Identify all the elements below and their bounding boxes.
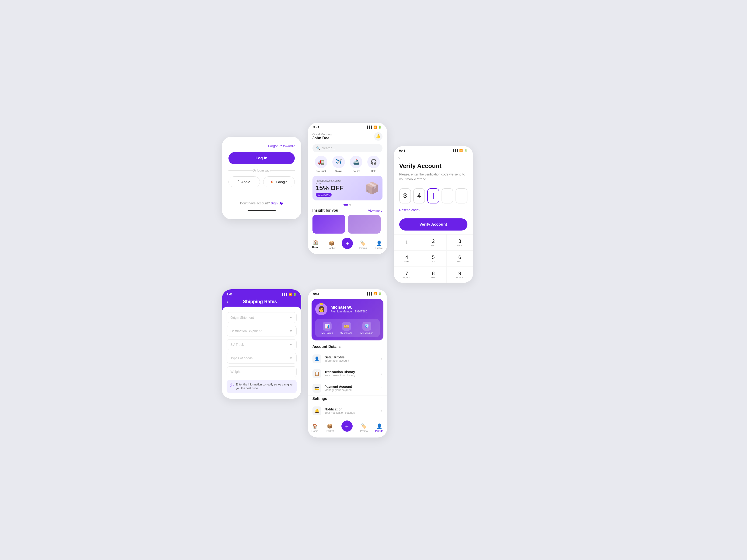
destination-shipment-dropdown[interactable]: Destination Shipment ▼ <box>227 326 297 336</box>
transaction-history-menu[interactable]: 📋 Transaction History Your transactioon … <box>308 366 387 381</box>
service-air[interactable]: ✈️ SV-Air <box>332 156 345 173</box>
sea-label: SV-Sea <box>352 170 360 173</box>
insight-card-2[interactable] <box>348 215 381 234</box>
otp-box-2[interactable]: 4 <box>413 188 425 203</box>
apple-login-button[interactable]:  Apple <box>229 176 260 187</box>
pnav-home[interactable]: 🏠 Home <box>312 423 318 432</box>
verify-account-button[interactable]: Verify Account <box>399 219 467 231</box>
user-name: John Doe <box>312 136 332 140</box>
transaction-icon: 📋 <box>312 369 321 378</box>
time: 9:41 <box>313 126 319 129</box>
promo-prefix: up to <box>316 182 344 184</box>
account-details-title: Account Details <box>308 344 387 352</box>
nav-promo[interactable]: 🏷️ Promo <box>357 240 369 250</box>
otp-box-5[interactable]: _ <box>456 188 467 203</box>
detail-profile-sub: Information account <box>325 359 378 362</box>
shipping-status-icons: ▐▐▐ 📶 🔋 <box>281 292 297 296</box>
profile-user-row: 👑 👩 Michael W. Premium Member | NG0T986 <box>315 303 380 315</box>
signup-link[interactable]: Sign Up <box>271 201 283 205</box>
google-icon: G <box>270 180 275 184</box>
forgot-password-link[interactable]: Forgot Password? <box>229 144 295 148</box>
promo-banner[interactable]: Packet Discount Coupon up to 15% OFF SV-… <box>312 176 383 201</box>
nav-home[interactable]: 🏠 Home <box>310 239 321 250</box>
insight-cards <box>308 215 387 237</box>
insight-header: Insight for you View more <box>308 208 387 212</box>
resend-code-link[interactable]: Resend code? <box>399 208 467 212</box>
service-help[interactable]: 🎧 Help <box>367 156 380 173</box>
battery-icon: 🔋 <box>378 126 382 129</box>
key-7[interactable]: 7PQRS <box>394 267 420 283</box>
back-button[interactable]: ‹ <box>394 152 473 160</box>
transaction-chevron-icon: › <box>381 372 382 376</box>
shipping-back-button[interactable]: ‹ <box>227 299 228 304</box>
promo-small: Packet Discount Coupon <box>316 179 344 182</box>
view-more-link[interactable]: View more <box>368 209 382 212</box>
otp-box-4[interactable]: _ <box>441 188 453 203</box>
key-4[interactable]: 4GHI <box>394 251 420 267</box>
my-points[interactable]: 📊 My Points <box>321 322 333 334</box>
types-of-goods-dropdown[interactable]: Types of goods ▼ <box>227 353 297 363</box>
verify-signal-icon: ▐▐▐ <box>452 149 458 152</box>
my-mission[interactable]: 💎 My Mission <box>360 322 373 334</box>
transaction-text: Transaction History Your transactioon hi… <box>325 370 378 377</box>
settings-title: Settings <box>308 396 387 404</box>
pnav-add-button[interactable]: + <box>341 421 353 432</box>
weight-input[interactable]: Weight <box>227 366 297 377</box>
payment-text: Payment Account Manage your payment <box>325 385 378 392</box>
packet-nav-label: Packet <box>328 247 336 250</box>
numpad: 1 2ABC 3DEF 4GHI 5JKL 6MNO 7PQRS 8TUV 9W… <box>394 234 473 283</box>
payment-icon: 💳 <box>312 384 321 393</box>
key-6[interactable]: 6MNO <box>447 251 473 267</box>
numpad-row-3: 7PQRS 8TUV 9WXYZ <box>394 267 473 283</box>
key-2[interactable]: 2ABC <box>420 234 447 251</box>
insight-card-1[interactable] <box>312 215 345 234</box>
pnav-home-icon: 🏠 <box>312 423 318 429</box>
promo-nav-icon: 🏷️ <box>360 240 366 246</box>
pnav-promo-label: Promo <box>360 430 367 432</box>
home-nav-label: Home <box>312 246 319 249</box>
login-button[interactable]: Log In <box>229 152 295 164</box>
notification-sub: Your notification settings <box>325 411 378 414</box>
promo-code: SV-DAY0001 <box>316 193 332 197</box>
key-1[interactable]: 1 <box>394 234 420 251</box>
nav-profile[interactable]: 👤 Profile <box>373 240 385 250</box>
mission-label: My Mission <box>360 332 373 334</box>
pnav-profile[interactable]: 👤 Profile <box>375 423 383 432</box>
nav-packet[interactable]: 📦 Packet <box>326 240 337 250</box>
key-8[interactable]: 8TUV <box>420 267 447 283</box>
service-sea[interactable]: 🚢 SV-Sea <box>350 156 362 173</box>
social-login-row:  Apple G Google <box>229 176 295 187</box>
search-bar[interactable]: 🔍 Search... <box>312 144 383 152</box>
types-chevron-icon: ▼ <box>289 356 293 360</box>
otp-box-3[interactable]: | <box>427 188 439 203</box>
origin-shipment-dropdown[interactable]: Origin Shipment ▼ <box>227 312 297 323</box>
detail-profile-menu[interactable]: 👤 Detail Profile Information account › <box>308 352 387 366</box>
my-voucher[interactable]: 🎫 My Voucher <box>340 322 353 334</box>
home-header: Good Morning John Doe 🔔 <box>308 129 387 141</box>
promo-nav-label: Promo <box>359 247 367 250</box>
shipping-body: Origin Shipment ▼ Destination Shipment ▼… <box>222 307 301 399</box>
sv-truck-dropdown[interactable]: SV-Truck ▼ <box>227 339 297 350</box>
key-9[interactable]: 9WXYZ <box>447 267 473 283</box>
key-5[interactable]: 5JKL <box>420 251 447 267</box>
otp-box-1[interactable]: 3 <box>399 188 411 203</box>
detail-profile-icon: 👤 <box>312 354 321 363</box>
nav-add-button[interactable]: + <box>342 238 353 249</box>
pnav-profile-icon: 👤 <box>377 423 382 429</box>
pnav-packet-icon: 📦 <box>327 423 333 429</box>
types-label: Types of goods <box>231 356 253 360</box>
dot-2 <box>349 204 351 206</box>
google-login-button[interactable]: G Google <box>263 176 295 187</box>
key-3[interactable]: 3DEF <box>447 234 473 251</box>
notification-bell[interactable]: 🔔 <box>374 132 383 141</box>
detail-profile-chevron-icon: › <box>381 357 382 361</box>
pnav-packet[interactable]: 📦 Packet <box>326 423 334 432</box>
payment-account-menu[interactable]: 💳 Payment Account Manage your payment › <box>308 381 387 396</box>
search-placeholder: Search... <box>322 146 335 150</box>
profile-status-bar: 9:41 ▐▐▐ 📶 🔋 <box>308 289 387 296</box>
points-icon: 📊 <box>323 322 332 331</box>
service-truck[interactable]: 🚛 SV-Truck <box>315 156 328 173</box>
pnav-promo[interactable]: 🏷️ Promo <box>360 423 367 432</box>
shipping-time: 9:41 <box>227 292 233 296</box>
notification-menu[interactable]: 🔔 Notification Your notification setting… <box>308 404 387 418</box>
